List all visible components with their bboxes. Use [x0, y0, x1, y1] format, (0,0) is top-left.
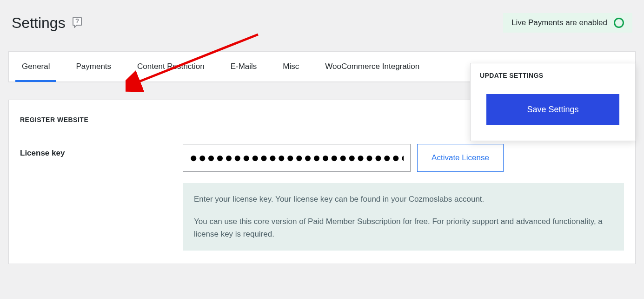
license-help-box: Enter your license key. Your license key… — [183, 183, 624, 251]
help-icon[interactable]: ? — [71, 16, 84, 29]
update-settings-panel: UPDATE SETTINGS Save Settings — [470, 63, 636, 141]
license-key-input[interactable] — [183, 144, 411, 172]
page-title: Settings — [12, 14, 66, 32]
tab-content-restriction[interactable]: Content Restriction — [124, 52, 218, 82]
tab-woocommerce[interactable]: WooCommerce Integration — [312, 52, 432, 82]
activate-license-button[interactable]: Activate License — [417, 144, 504, 172]
tab-emails[interactable]: E-Mails — [218, 52, 270, 82]
tab-payments[interactable]: Payments — [63, 52, 124, 82]
status-indicator-icon — [614, 18, 624, 28]
license-help-line2: You can use this core version of Paid Me… — [194, 216, 613, 240]
tab-general[interactable]: General — [9, 52, 63, 82]
update-settings-heading: UPDATE SETTINGS — [471, 63, 635, 83]
status-badge: Live Payments are enabled — [503, 13, 632, 33]
status-label: Live Payments are enabled — [511, 18, 607, 27]
page-title-wrap: Settings ? — [12, 14, 84, 32]
license-help-line1: Enter your license key. Your license key… — [194, 193, 613, 205]
license-key-label: License key — [20, 144, 183, 158]
svg-text:?: ? — [75, 17, 79, 25]
save-settings-button[interactable]: Save Settings — [486, 94, 619, 125]
tab-misc[interactable]: Misc — [270, 52, 312, 82]
